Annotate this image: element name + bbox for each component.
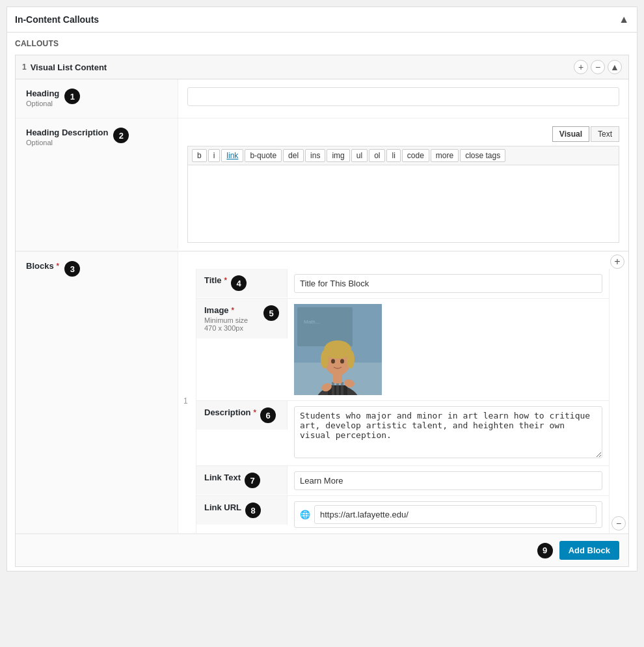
svg-point-13 — [347, 350, 355, 368]
editor-area[interactable] — [187, 165, 619, 243]
svg-rect-8 — [341, 382, 343, 395]
panel-title: In-Content Callouts — [15, 14, 99, 25]
callout-body: Heading Optional 1 Heading Description O… — [16, 79, 628, 566]
toolbar-i[interactable]: i — [208, 149, 221, 162]
heading-description-label-text: Heading Description — [26, 128, 108, 137]
heading-description-label-col: Heading Description Optional 2 — [16, 118, 178, 249]
blocks-required-star: * — [56, 261, 59, 271]
block-link-text-input[interactable] — [294, 471, 602, 490]
block-image-sublabel: Minimum size 470 x 300px — [204, 316, 260, 332]
callouts-label: Callouts — [7, 33, 637, 51]
block-image-label-text-wrap: Image * Minimum size 470 x 300px — [204, 305, 260, 332]
blocks-label-content: Blocks * — [26, 261, 59, 271]
block-item-body: 1 Title * — [178, 269, 628, 533]
block-link-url-label: Link URL 8 — [196, 496, 288, 525]
svg-rect-7 — [336, 382, 339, 395]
toolbar-code[interactable]: code — [402, 149, 429, 162]
callout-item: 1 Visual List Content + − ▲ Heading Opti… — [15, 55, 629, 567]
callout-add-button[interactable]: + — [574, 60, 588, 74]
block-link-url-input[interactable] — [314, 505, 597, 524]
block-title-required: * — [224, 275, 227, 285]
block-remove-button[interactable]: − — [611, 516, 626, 530]
blocks-outer: Blocks * 3 + — [16, 252, 628, 534]
footer-row: 9 Add Block — [16, 534, 628, 566]
block-title-label-text: Title — [204, 275, 222, 285]
block-description-label-text: Description — [204, 407, 251, 417]
collapse-icon[interactable]: ▲ — [619, 14, 629, 25]
callout-title-text: Visual List Content — [31, 62, 107, 72]
block-image-content: Math... — [288, 299, 609, 400]
toolbar-li[interactable]: li — [386, 149, 400, 162]
blocks-section: Blocks * 3 + — [16, 251, 628, 566]
block-link-url-label-wrap: Link URL — [204, 502, 241, 512]
heading-field-content — [178, 79, 628, 118]
block-link-text-label-text: Link Text — [204, 473, 241, 482]
block-row-number: 1 — [178, 269, 196, 533]
block-title-input[interactable] — [294, 274, 602, 293]
block-link-url-label-text: Link URL — [204, 502, 241, 512]
toolbar-img[interactable]: img — [327, 149, 349, 162]
svg-point-14 — [331, 359, 335, 364]
blocks-label-text: Blocks — [26, 261, 54, 271]
heading-label-content: Heading Optional — [26, 89, 59, 107]
callout-actions: + − ▲ — [574, 60, 622, 74]
block-image-required: * — [231, 305, 234, 315]
block-description-label: Description * 6 — [196, 401, 288, 430]
add-block-button[interactable]: Add Block — [559, 541, 619, 560]
toolbar-close-tags[interactable]: close tags — [460, 149, 505, 162]
toolbar-bquote[interactable]: b-quote — [245, 149, 282, 162]
block-link-url-circle: 8 — [245, 502, 261, 518]
block-minus-col: − — [609, 269, 628, 533]
block-title-label: Title * 4 — [196, 269, 288, 297]
heading-description-circle-num: 2 — [113, 128, 129, 143]
blocks-label-col: Blocks * 3 — [16, 252, 178, 533]
heading-description-label-content: Heading Description Optional — [26, 128, 108, 146]
block-title-circle: 4 — [231, 275, 247, 291]
blocks-circle-num: 3 — [64, 261, 80, 277]
blocks-content-col: + 1 — [178, 252, 628, 533]
block-add-btn-row: + — [178, 252, 628, 269]
link-globe-icon: 🌐 — [300, 510, 310, 519]
heading-label-col: Heading Optional 1 — [16, 79, 178, 118]
heading-description-optional-text: Optional — [26, 139, 108, 146]
person-image[interactable]: Math... — [294, 304, 382, 395]
callout-remove-button[interactable]: − — [591, 60, 605, 74]
block-description-content: Students who major and minor in art lear… — [288, 401, 609, 465]
heading-input[interactable] — [187, 87, 619, 106]
callout-item-header: 1 Visual List Content + − ▲ — [16, 55, 628, 79]
toolbar-ul[interactable]: ul — [351, 149, 368, 162]
footer-circle-num: 9 — [537, 543, 553, 558]
toolbar-link[interactable]: link — [221, 149, 243, 162]
toolbar-ins[interactable]: ins — [305, 149, 325, 162]
svg-rect-2 — [297, 307, 353, 346]
block-link-text-content — [288, 466, 609, 495]
toolbar-b[interactable]: b — [192, 149, 207, 162]
block-link-text-circle: 7 — [245, 473, 260, 488]
toolbar-del[interactable]: del — [283, 149, 304, 162]
toolbar-ol[interactable]: ol — [369, 149, 385, 162]
svg-point-15 — [340, 359, 344, 364]
panel-header: In-Content Callouts ▲ — [7, 7, 637, 33]
callout-number: 1 — [22, 62, 27, 72]
text-toggle-btn[interactable]: Text — [591, 126, 619, 142]
block-description-label-text-wrap: Description * — [204, 407, 256, 417]
in-content-callouts-panel: In-Content Callouts ▲ Callouts 1 Visual … — [7, 7, 637, 571]
block-link-text-label: Link Text 7 — [196, 466, 288, 495]
block-title-row: Title * 4 — [196, 269, 609, 299]
block-image-label: Image * Minimum size 470 x 300px 5 — [196, 299, 288, 338]
block-image-row: Image * Minimum size 470 x 300px 5 — [196, 299, 609, 401]
block-description-circle: 6 — [260, 407, 276, 423]
heading-optional-text: Optional — [26, 100, 59, 107]
toolbar-more[interactable]: more — [431, 149, 459, 162]
visual-toggle-btn[interactable]: Visual — [552, 126, 589, 142]
block-description-row: Description * 6 Students who major and m… — [196, 401, 609, 466]
block-add-button-top[interactable]: + — [610, 255, 624, 269]
block-link-url-row: Link URL 8 🌐 — [196, 496, 609, 533]
block-image-circle: 5 — [263, 305, 279, 321]
block-item-wrapper: + 1 — [178, 252, 628, 533]
heading-field-row: Heading Optional 1 — [16, 79, 628, 118]
callout-move-button[interactable]: ▲ — [608, 60, 622, 74]
block-description-textarea[interactable]: Students who major and minor in art lear… — [294, 406, 602, 458]
block-description-required: * — [253, 407, 256, 417]
heading-circle-num: 1 — [64, 89, 80, 104]
